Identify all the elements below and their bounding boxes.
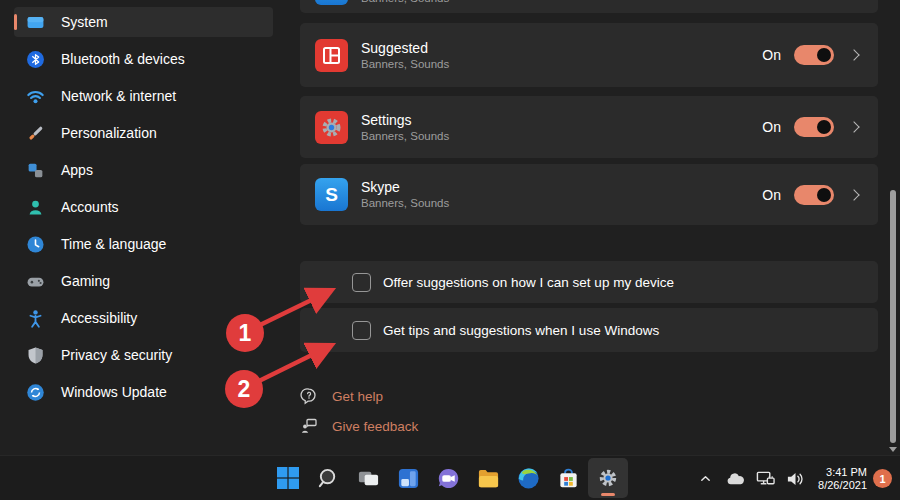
sidebar-item-label: Network & internet [61, 88, 176, 104]
sidebar-item-time-language[interactable]: Time & language [14, 229, 273, 259]
get-help-link[interactable]: Get help [300, 381, 418, 411]
start-icon [276, 466, 300, 490]
accounts-icon [26, 198, 45, 217]
edge-icon [517, 467, 540, 490]
selected-indicator [14, 14, 17, 30]
volume-icon[interactable] [785, 469, 805, 489]
bluetooth-icon [26, 50, 45, 69]
notification-count-badge[interactable]: 1 [873, 469, 892, 488]
scrollbar-down-arrow[interactable] [889, 447, 897, 452]
app-notification-row-partial[interactable]: Banners, Sounds [300, 0, 878, 13]
app-notification-row-skype[interactable]: S Skype Banners, Sounds On [300, 164, 878, 225]
settings-toggle[interactable] [794, 117, 834, 137]
network-icon [26, 87, 45, 106]
settings-taskbar-button[interactable] [588, 458, 628, 498]
system-tray: 3:41 PM 8/26/2021 1 [690, 456, 894, 500]
checkbox-label: Offer suggestions on how I can set up my… [383, 275, 674, 290]
get-tips-checkbox[interactable] [352, 321, 371, 340]
skype-toggle[interactable] [794, 185, 834, 205]
toggle-state-label: On [762, 119, 781, 135]
sidebar-item-apps[interactable]: Apps [14, 155, 273, 185]
accessibility-icon [26, 309, 45, 328]
sidebar-item-label: Accounts [61, 199, 119, 215]
settings-gear-icon [596, 466, 620, 490]
sidebar-item-label: Accessibility [61, 310, 137, 326]
chevron-right-icon[interactable] [848, 121, 859, 132]
toggle-knob [817, 188, 831, 202]
sidebar-item-label: Apps [61, 162, 93, 178]
sidebar-item-accounts[interactable]: Accounts [14, 192, 273, 222]
toggle-state-label: On [762, 187, 781, 203]
sidebar-item-label: Privacy & security [61, 347, 172, 363]
file-explorer-button[interactable] [468, 458, 508, 498]
sidebar-item-label: Personalization [61, 125, 157, 141]
sidebar-item-label: System [61, 14, 108, 30]
clock[interactable]: 3:41 PM 8/26/2021 [818, 466, 867, 492]
app-icon-partial [315, 0, 348, 5]
file-explorer-icon [477, 467, 500, 490]
widgets-button[interactable] [388, 458, 428, 498]
sidebar-item-system[interactable]: System [14, 7, 273, 37]
row-subtitle: Banners, Sounds [361, 0, 449, 4]
taskbar: 3:41 PM 8/26/2021 1 [0, 455, 900, 500]
help-icon [300, 387, 318, 405]
sidebar-item-personalization[interactable]: Personalization [14, 118, 273, 148]
chat-icon [437, 467, 460, 490]
skype-icon: S [315, 178, 348, 211]
sidebar: System Bluetooth & devices Network & int… [0, 0, 285, 455]
app-notification-row-suggested[interactable]: Suggested Banners, Sounds On [300, 23, 878, 87]
row-subtitle: Banners, Sounds [361, 57, 449, 72]
personalization-icon [26, 124, 45, 143]
sidebar-item-gaming[interactable]: Gaming [14, 266, 273, 296]
app-notification-row-settings[interactable]: Settings Banners, Sounds On [300, 96, 878, 158]
scrollbar[interactable] [890, 190, 896, 443]
sidebar-item-label: Windows Update [61, 384, 167, 400]
tray-time: 3:41 PM [818, 466, 867, 479]
get-tips-row[interactable]: Get tips and suggestions when I use Wind… [300, 308, 878, 352]
row-subtitle: Banners, Sounds [361, 129, 449, 144]
sidebar-item-windows-update[interactable]: Windows Update [14, 377, 273, 407]
tray-date: 8/26/2021 [818, 479, 867, 492]
toggle-knob [817, 120, 831, 134]
chevron-right-icon[interactable] [848, 189, 859, 200]
sidebar-item-bluetooth[interactable]: Bluetooth & devices [14, 44, 273, 74]
time-language-icon [26, 235, 45, 254]
toggle-knob [817, 48, 831, 62]
widgets-icon [397, 467, 420, 490]
sidebar-item-privacy[interactable]: Privacy & security [14, 340, 273, 370]
search-button[interactable] [308, 458, 348, 498]
toggle-state-label: On [762, 47, 781, 63]
sidebar-item-label: Bluetooth & devices [61, 51, 185, 67]
row-title: Skype [361, 178, 449, 196]
row-title: Settings [361, 111, 449, 129]
search-icon [317, 467, 340, 490]
offer-suggestions-row[interactable]: Offer suggestions on how I can set up my… [300, 261, 878, 303]
privacy-icon [26, 346, 45, 365]
chevron-right-icon[interactable] [848, 49, 859, 60]
feedback-icon [300, 417, 318, 435]
gaming-icon [26, 272, 45, 291]
start-button[interactable] [268, 458, 308, 498]
sidebar-item-network[interactable]: Network & internet [14, 81, 273, 111]
edge-button[interactable] [508, 458, 548, 498]
sidebar-item-label: Gaming [61, 273, 110, 289]
give-feedback-link[interactable]: Give feedback [300, 411, 418, 441]
taskbar-app-icons [268, 458, 628, 498]
store-button[interactable] [548, 458, 588, 498]
system-icon [26, 13, 45, 32]
task-view-button[interactable] [348, 458, 388, 498]
suggested-toggle[interactable] [794, 45, 834, 65]
settings-window: System Bluetooth & devices Network & int… [0, 0, 900, 500]
offer-suggestions-checkbox[interactable] [352, 273, 371, 292]
onedrive-cloud-icon[interactable] [725, 469, 745, 489]
network-tray-icon[interactable] [755, 469, 775, 489]
help-links: Get help Give feedback [300, 381, 418, 441]
sidebar-item-label: Time & language [61, 236, 166, 252]
store-icon [557, 467, 580, 490]
sidebar-item-accessibility[interactable]: Accessibility [14, 303, 273, 333]
chat-button[interactable] [428, 458, 468, 498]
settings-app-icon [315, 111, 348, 144]
row-subtitle: Banners, Sounds [361, 196, 449, 211]
row-title: Suggested [361, 39, 449, 57]
chevron-up-icon[interactable] [695, 469, 715, 489]
